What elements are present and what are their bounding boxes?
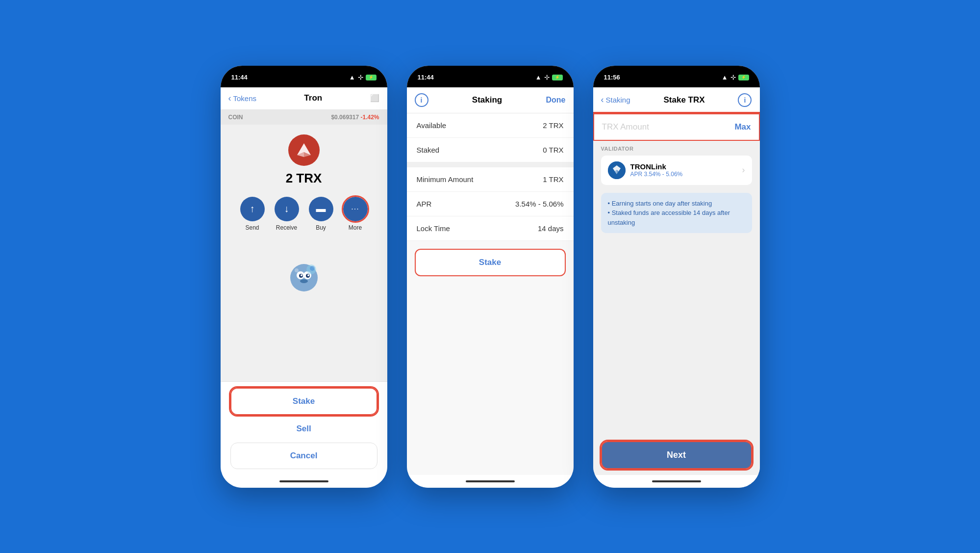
staking-apr-value: 3.54% - 5.06% <box>515 200 563 208</box>
nav-title-2: Staking <box>472 95 502 105</box>
coin-change-1: -1.42% <box>360 114 379 121</box>
status-bar-2: 11:44 ▲ ⊹ ⚡ <box>407 66 574 87</box>
signal-icon-2: ▲ <box>535 74 542 81</box>
wifi-icon-2: ⊹ <box>544 74 550 81</box>
staking-row-minimum: Minimum Amount 1 TRX <box>407 167 574 192</box>
tronlink-logo-svg <box>608 161 626 179</box>
next-btn-section: Next <box>593 435 760 475</box>
stake-trx-body: TRX Amount Max VALIDATOR <box>593 113 760 475</box>
status-bar-1: 11:44 ▲ ⊹ ⚡ <box>221 66 387 87</box>
home-indicator-3 <box>593 475 760 488</box>
phone-body-1: 2 TRX ↑ Send ↓ Receive ▬ Buy ··· More <box>221 125 387 381</box>
cancel-button-1[interactable]: Cancel <box>230 443 377 469</box>
nav-right-1[interactable]: ⬜ <box>370 94 379 103</box>
send-btn[interactable]: ↑ Send <box>240 197 265 231</box>
nav-header-3: ‹ Staking Stake TRX i <box>593 87 760 113</box>
next-button-3[interactable]: Next <box>601 441 752 469</box>
validator-chevron-icon: › <box>742 165 745 175</box>
staking-available-value: 2 TRX <box>543 121 563 130</box>
staking-staked-value: 0 TRX <box>543 146 563 154</box>
stake-button-1[interactable]: Stake <box>230 388 377 415</box>
coin-header-1: COIN $0.069317 -1.42% <box>221 110 387 125</box>
info-box-3: • Earning starts one day after staking •… <box>601 193 752 234</box>
staking-locktime-value: 14 days <box>538 224 564 233</box>
nav-header-1: ‹ Tokens Tron ⬜ <box>221 87 387 110</box>
svg-point-10 <box>300 279 308 283</box>
tron-logo-1 <box>288 134 320 166</box>
staking-body-2: Available 2 TRX Staked 0 TRX Minimum Amo… <box>407 113 574 475</box>
nav-header-2: i Staking Done <box>407 87 574 113</box>
info-icon-2[interactable]: i <box>415 93 428 107</box>
wifi-icon-3: ⊹ <box>730 74 736 81</box>
trx-amount-section[interactable]: TRX Amount Max <box>593 113 760 141</box>
staking-row-locktime: Lock Time 14 days <box>407 216 574 241</box>
nav-back-1[interactable]: ‹ Tokens <box>228 93 257 104</box>
nav-back-label-3[interactable]: Staking <box>606 96 630 104</box>
home-bar-3 <box>652 480 701 482</box>
signal-icon-1: ▲ <box>349 74 355 81</box>
send-label: Send <box>245 224 259 231</box>
mascot-1 <box>282 251 326 295</box>
buy-icon: ▬ <box>309 197 333 221</box>
nav-title-1: Tron <box>304 93 322 103</box>
export-icon-1[interactable]: ⬜ <box>370 94 379 103</box>
wifi-icon-1: ⊹ <box>358 74 363 81</box>
info-icon-3[interactable]: i <box>738 93 752 107</box>
validator-label: VALIDATOR <box>601 146 752 152</box>
staking-locktime-label: Lock Time <box>417 224 450 233</box>
coin-label-1: COIN <box>228 114 243 121</box>
coin-amount-1: 2 TRX <box>286 171 322 186</box>
more-btn[interactable]: ··· More <box>343 197 368 231</box>
staking-minimum-value: 1 TRX <box>543 175 563 184</box>
battery-icon-2: ⚡ <box>552 75 563 80</box>
staking-separator <box>407 162 574 167</box>
bottom-actions-1: Stake Sell Cancel <box>221 381 387 475</box>
sell-button-1[interactable]: Sell <box>230 419 377 439</box>
staking-staked-label: Staked <box>417 146 440 154</box>
home-bar-1 <box>279 480 328 482</box>
send-icon: ↑ <box>240 197 265 221</box>
status-time-3: 11:56 <box>604 74 620 81</box>
staking-available-label: Available <box>417 121 447 130</box>
buy-label: Buy <box>316 224 326 231</box>
staking-minimum-label: Minimum Amount <box>417 175 474 184</box>
receive-btn[interactable]: ↓ Receive <box>275 197 299 231</box>
svg-point-13 <box>295 268 299 272</box>
status-icons-2: ▲ ⊹ ⚡ <box>535 74 563 81</box>
validator-name: TRONLink <box>630 162 737 171</box>
nav-back-label-1[interactable]: Tokens <box>233 94 257 103</box>
staking-apr-label: APR <box>417 200 432 208</box>
validator-row[interactable]: TRONLink APR 3.54% - 5.06% › <box>601 156 752 185</box>
spacer-3 <box>593 239 760 435</box>
stake-action-button-2[interactable]: Stake <box>415 249 566 276</box>
staking-row-available: Available 2 TRX <box>407 113 574 138</box>
done-button-2[interactable]: Done <box>546 96 566 105</box>
status-time-2: 11:44 <box>418 74 434 81</box>
validator-info: TRONLink APR 3.54% - 5.06% <box>630 162 737 178</box>
home-indicator-1 <box>221 475 387 488</box>
battery-icon-1: ⚡ <box>366 75 377 80</box>
signal-icon-3: ▲ <box>722 74 728 81</box>
coin-price-1: $0.069317 -1.42% <box>331 114 379 121</box>
receive-label: Receive <box>276 224 297 231</box>
buy-btn[interactable]: ▬ Buy <box>309 197 333 231</box>
status-time-1: 11:44 <box>231 74 248 81</box>
validator-section: VALIDATOR TRONLink APR 3.54% - 5.06% <box>593 141 760 187</box>
status-bar-3: 11:56 ▲ ⊹ ⚡ <box>593 66 760 87</box>
info-line-2: • Staked funds are accessible 14 days af… <box>608 208 745 227</box>
nav-back-3[interactable]: ‹ Staking <box>601 95 630 105</box>
chevron-left-icon-1: ‹ <box>228 93 231 104</box>
more-icon: ··· <box>343 197 368 221</box>
trx-input-placeholder: TRX Amount <box>602 122 649 132</box>
staking-row-apr: APR 3.54% - 5.06% <box>407 192 574 216</box>
receive-icon: ↓ <box>275 197 299 221</box>
action-buttons-1: ↑ Send ↓ Receive ▬ Buy ··· More <box>240 197 368 231</box>
status-icons-1: ▲ ⊹ ⚡ <box>349 74 377 81</box>
trx-input-row: TRX Amount Max <box>602 122 751 132</box>
info-line-1: • Earning starts one day after staking <box>608 199 745 209</box>
trx-max-button[interactable]: Max <box>734 122 751 132</box>
home-bar-2 <box>466 480 515 482</box>
svg-point-12 <box>310 266 315 271</box>
status-icons-3: ▲ ⊹ ⚡ <box>722 74 749 81</box>
more-label: More <box>349 224 362 231</box>
